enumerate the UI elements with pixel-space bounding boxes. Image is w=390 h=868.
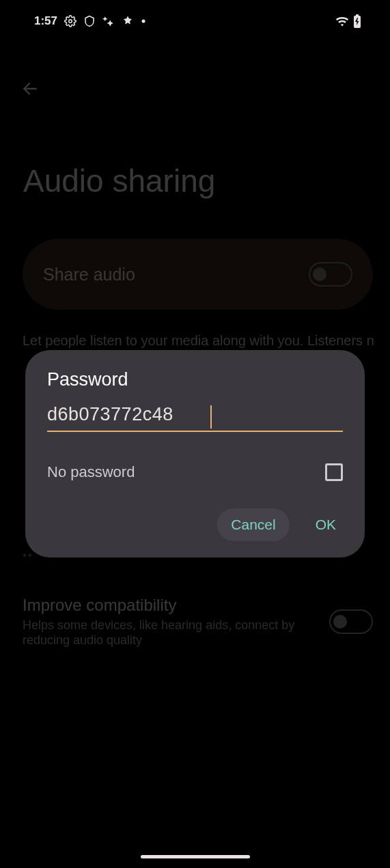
text-caret-icon xyxy=(210,405,212,429)
puzzle-icon xyxy=(122,15,134,27)
status-bar-overlay: 1:57 xyxy=(0,0,390,42)
wifi-icon xyxy=(335,16,349,27)
no-password-row[interactable]: No password xyxy=(47,463,343,481)
svg-point-6 xyxy=(142,20,145,23)
cancel-button[interactable]: Cancel xyxy=(217,508,289,541)
password-input[interactable] xyxy=(47,404,343,425)
no-password-label: No password xyxy=(47,463,135,481)
battery-icon xyxy=(353,14,361,28)
wand-icon xyxy=(102,15,115,27)
svg-point-5 xyxy=(69,20,72,23)
gear-icon xyxy=(64,15,76,27)
password-field-wrap[interactable] xyxy=(47,404,343,432)
dot-icon xyxy=(141,18,146,24)
svg-rect-8 xyxy=(356,14,359,16)
ok-button[interactable]: OK xyxy=(309,508,343,541)
status-time: 1:57 xyxy=(34,14,57,28)
shield-icon xyxy=(83,15,96,27)
password-dialog: Password No password Cancel OK xyxy=(25,350,365,558)
dialog-title: Password xyxy=(47,369,343,390)
no-password-checkbox[interactable] xyxy=(325,463,343,481)
nav-handle[interactable] xyxy=(141,855,250,858)
